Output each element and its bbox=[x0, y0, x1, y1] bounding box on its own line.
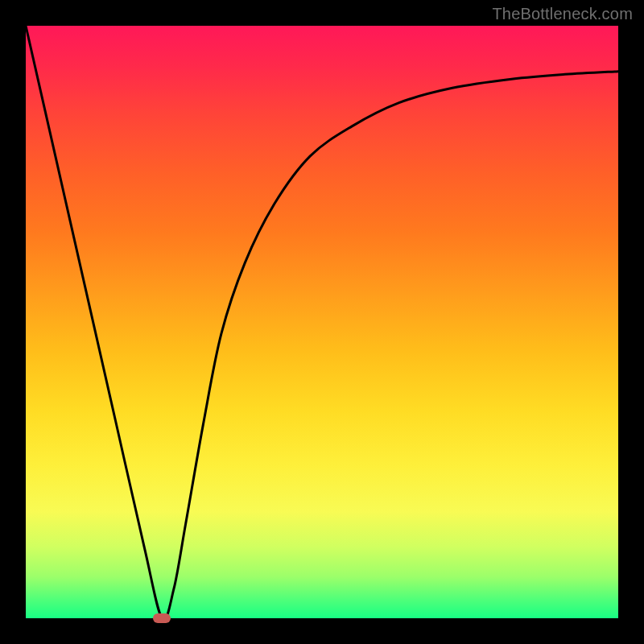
plot-area bbox=[26, 26, 618, 618]
bottleneck-curve bbox=[26, 26, 618, 618]
chart-frame: TheBottleneck.com bbox=[0, 0, 644, 644]
min-marker bbox=[153, 613, 171, 623]
watermark-text: TheBottleneck.com bbox=[492, 5, 633, 23]
curve-path bbox=[26, 26, 618, 620]
